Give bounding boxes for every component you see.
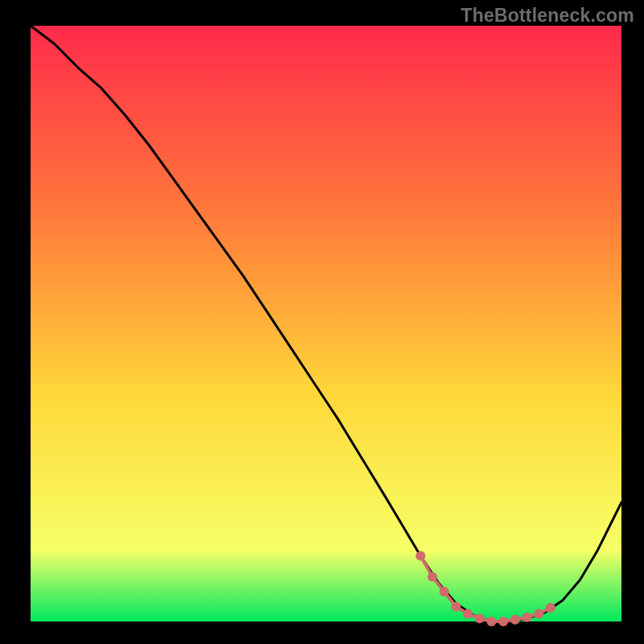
optimal-point [475,613,485,623]
bottleneck-chart [0,0,644,644]
optimal-point [522,613,532,622]
optimal-point [498,617,508,626]
optimal-point [463,609,473,618]
optimal-point [452,602,461,612]
optimal-point [415,551,425,561]
optimal-point [510,615,520,625]
optimal-point [427,572,437,582]
optimal-point [440,587,449,597]
optimal-point [487,617,497,626]
chart-svg [0,0,644,644]
optimal-point [546,603,555,613]
optimal-point [534,609,543,618]
watermark-text: TheBottleneck.com [460,5,634,27]
svg-rect-1 [31,26,621,621]
